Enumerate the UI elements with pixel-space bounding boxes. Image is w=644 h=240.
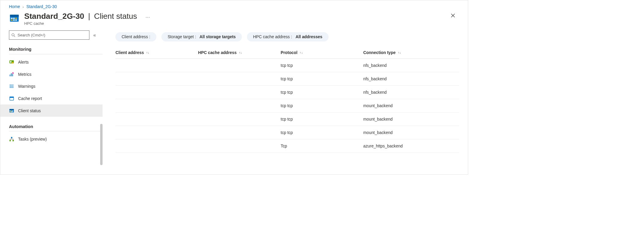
column-header-client-address[interactable]: Client address ↑↓: [115, 50, 198, 55]
sidebar-item-cache-report[interactable]: Cache report: [0, 93, 103, 105]
svg-point-8: [12, 33, 14, 36]
alerts-icon: [9, 59, 14, 64]
filter-value: All storage targets: [199, 34, 236, 39]
svg-rect-31: [11, 111, 12, 112]
column-label: Client address: [115, 50, 144, 55]
sidebar-search-input[interactable]: [17, 33, 87, 37]
svg-rect-3: [13, 18, 15, 19]
search-icon: [11, 33, 15, 37]
column-header-connection-type[interactable]: Connection type ↑↓: [363, 50, 459, 55]
svg-rect-11: [10, 61, 11, 63]
cache-report-icon: [9, 96, 14, 101]
cell-connection_type: azure_https_backend: [363, 144, 459, 148]
filter-hpc-cache-address[interactable]: HPC cache address : All addresses: [247, 32, 328, 41]
svg-point-12: [12, 62, 13, 64]
svg-point-22: [10, 87, 10, 88]
svg-point-20: [10, 85, 10, 85]
table-header-row: Client address ↑↓ HPC cache address ↑↓ P…: [115, 47, 459, 59]
sidebar-item-label: Tasks (preview): [18, 137, 47, 141]
breadcrumb-home[interactable]: Home: [9, 4, 20, 9]
main-content: Client address : Storage target : All st…: [103, 30, 468, 170]
filter-client-address[interactable]: Client address :: [115, 32, 156, 41]
cell-protocol: tcp tcp: [281, 63, 363, 68]
svg-rect-29: [12, 110, 13, 111]
svg-rect-27: [10, 110, 11, 111]
cell-connection_type: nfs_backend: [363, 63, 459, 68]
cell-protocol: tcp tcp: [281, 117, 363, 121]
svg-rect-14: [11, 73, 12, 76]
table-row[interactable]: Tcpazure_https_backend: [115, 139, 459, 153]
svg-rect-4: [15, 18, 17, 19]
column-label: HPC cache address: [198, 50, 237, 55]
column-header-protocol[interactable]: Protocol ↑↓: [281, 50, 363, 55]
sidebar-scrollbar[interactable]: [100, 124, 102, 165]
column-label: Protocol: [281, 50, 297, 55]
sidebar-item-warnings[interactable]: Warnings: [0, 80, 103, 93]
svg-rect-34: [10, 140, 11, 141]
sidebar-item-tasks-preview[interactable]: Tasks (preview): [0, 133, 103, 145]
table-row[interactable]: tcp tcpnfs_backend: [115, 72, 459, 86]
cell-protocol: tcp tcp: [281, 130, 363, 135]
resource-type-icon: [9, 13, 19, 23]
svg-rect-26: [10, 109, 14, 110]
metrics-icon: [9, 72, 14, 77]
more-actions-button[interactable]: …: [145, 13, 150, 19]
warnings-icon: [9, 84, 14, 89]
svg-rect-32: [12, 111, 13, 112]
sidebar-section-monitoring: Monitoring: [9, 47, 103, 54]
sidebar-search[interactable]: [9, 30, 89, 40]
filter-label: HPC cache address :: [253, 34, 292, 39]
table-row[interactable]: tcp tcpnfs_backend: [115, 59, 459, 72]
table-row[interactable]: tcp tcpmount_backend: [115, 126, 459, 139]
cell-connection_type: nfs_backend: [363, 90, 459, 95]
sidebar-item-alerts[interactable]: Alerts: [0, 56, 103, 68]
sidebar-item-metrics[interactable]: Metrics: [0, 68, 103, 80]
column-header-hpc-cache-address[interactable]: HPC cache address ↑↓: [198, 50, 281, 55]
page-title: Standard_2G-30 | Client status …: [24, 12, 449, 21]
filter-label: Client address :: [122, 34, 150, 39]
table-row[interactable]: tcp tcpmount_backend: [115, 99, 459, 113]
client-status-table: Client address ↑↓ HPC cache address ↑↓ P…: [115, 47, 459, 153]
cell-protocol: tcp tcp: [281, 90, 363, 95]
close-button[interactable]: [449, 12, 457, 20]
breadcrumb: Home › Standard_2G-30: [0, 0, 468, 9]
svg-rect-33: [11, 137, 12, 138]
page-name: Client status: [94, 12, 137, 21]
cell-connection_type: mount_backend: [363, 103, 459, 108]
breadcrumb-resource[interactable]: Standard_2G-30: [26, 4, 57, 9]
svg-rect-35: [13, 140, 14, 141]
sidebar-item-label: Client status: [18, 108, 41, 113]
tasks-icon: [9, 136, 14, 141]
svg-rect-28: [11, 110, 12, 111]
filter-label: Storage target :: [168, 34, 196, 39]
filter-value: All addresses: [295, 34, 322, 39]
svg-line-9: [14, 36, 15, 37]
resource-name: Standard_2G-30: [24, 12, 84, 21]
filter-pills: Client address : Storage target : All st…: [115, 32, 459, 41]
svg-rect-24: [10, 97, 13, 98]
cell-protocol: tcp tcp: [281, 76, 363, 81]
collapse-sidebar-button[interactable]: «: [93, 33, 96, 38]
svg-rect-2: [11, 18, 13, 19]
sidebar-section-automation: Automation: [9, 124, 103, 131]
svg-point-21: [10, 86, 10, 87]
cell-connection_type: nfs_backend: [363, 76, 459, 81]
sidebar-item-label: Metrics: [18, 72, 31, 77]
svg-rect-13: [10, 74, 10, 76]
sidebar-item-label: Cache report: [18, 96, 42, 101]
column-label: Connection type: [363, 50, 396, 55]
table-row[interactable]: tcp tcpmount_backend: [115, 113, 459, 126]
page-header: Standard_2G-30 | Client status … HPC cac…: [0, 9, 468, 30]
svg-rect-5: [11, 19, 13, 21]
sidebar-item-client-status[interactable]: Client status: [0, 104, 103, 117]
sidebar: « Monitoring Alerts Metric: [0, 30, 103, 170]
sort-icon: ↑↓: [300, 51, 303, 54]
svg-rect-7: [15, 19, 17, 21]
cell-connection_type: mount_backend: [363, 117, 459, 121]
svg-rect-1: [10, 15, 19, 17]
table-row[interactable]: tcp tcpnfs_backend: [115, 86, 459, 99]
title-divider: |: [88, 12, 90, 21]
cell-protocol: Tcp: [281, 144, 363, 148]
svg-rect-6: [13, 19, 15, 21]
filter-storage-target[interactable]: Storage target : All storage targets: [161, 32, 242, 41]
